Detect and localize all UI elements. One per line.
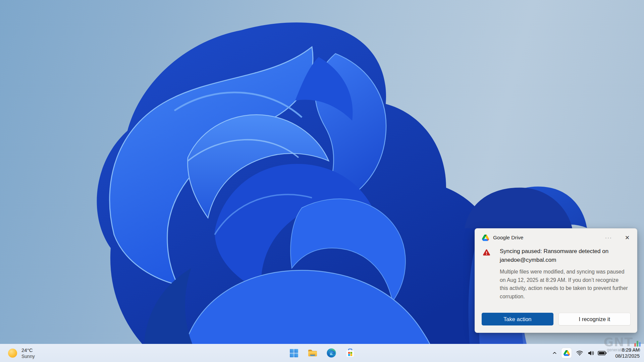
close-icon[interactable]: ✕ [623, 234, 632, 242]
notification-content: Syncing paused: Ransomware detected on j… [482, 247, 631, 301]
taskbar: 24°C Sunny [0, 344, 644, 362]
google-drive-tray-icon [564, 350, 570, 356]
file-explorer-button[interactable] [306, 346, 319, 360]
take-action-button[interactable]: Take action [482, 313, 553, 325]
sun-icon [8, 349, 17, 358]
clock-date: 08/12/2025 [610, 353, 640, 359]
notification-header: Google Drive ··· ✕ [482, 234, 632, 242]
desktop: Google Drive ··· ✕ Syncing paused: Ranso… [0, 0, 644, 362]
notification-actions: Take action I recognize it [482, 313, 631, 325]
chevron-up-icon [552, 351, 557, 356]
weather-texts: 24°C Sunny [21, 347, 35, 359]
weather-temperature: 24°C [21, 347, 35, 353]
weather-condition: Sunny [21, 353, 35, 359]
google-drive-tray-button[interactable] [561, 348, 572, 358]
taskbar-clock[interactable]: 8:29 AM 08/12/2025 [610, 347, 640, 359]
weather-widget[interactable]: 24°C Sunny [5, 344, 38, 362]
file-explorer-icon [308, 349, 318, 357]
volume-button[interactable] [586, 349, 596, 357]
system-tray: 8:29 AM 08/12/2025 [550, 344, 644, 362]
notification-app-name: Google Drive [493, 235, 523, 241]
battery-button[interactable] [597, 351, 607, 356]
battery-icon [598, 351, 607, 356]
microsoft-store-button[interactable] [343, 346, 357, 360]
volume-icon [587, 349, 595, 357]
start-icon [289, 349, 299, 358]
more-options-icon[interactable]: ··· [605, 236, 612, 239]
google-drive-icon [482, 235, 489, 241]
notification-title: Syncing paused: Ransomware detected on j… [500, 247, 628, 264]
google-drive-notification: Google Drive ··· ✕ Syncing paused: Ranso… [475, 228, 637, 333]
recognize-button[interactable]: I recognize it [558, 313, 631, 325]
start-button[interactable] [287, 346, 301, 360]
notification-texts: Syncing paused: Ransomware detected on j… [500, 247, 628, 301]
taskbar-center-icons [287, 344, 357, 362]
wifi-button[interactable] [575, 349, 585, 357]
microsoft-store-icon [345, 348, 355, 358]
warning-triangle-icon [482, 248, 491, 257]
edge-button[interactable] [325, 346, 338, 360]
notification-body: Multiple files were modified, and syncin… [500, 268, 628, 301]
edge-icon [326, 348, 336, 358]
wifi-icon [576, 349, 583, 357]
tray-overflow-button[interactable] [550, 351, 559, 356]
clock-time: 8:29 AM [610, 347, 640, 353]
